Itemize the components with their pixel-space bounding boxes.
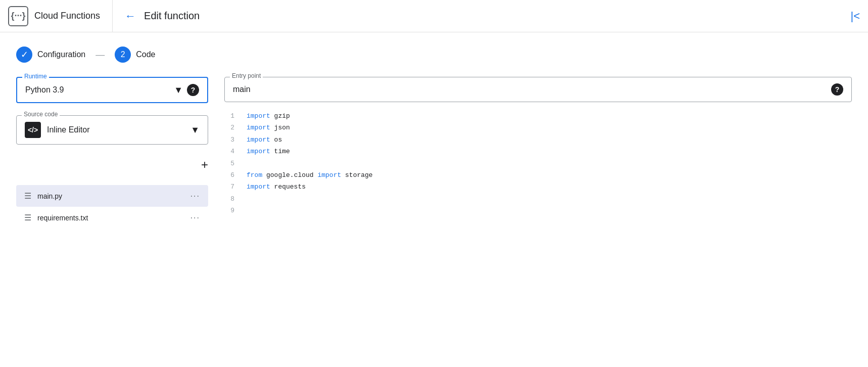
line-number: 3 xyxy=(224,134,234,146)
code-line: 9 xyxy=(224,205,852,216)
step-1-label: Configuration xyxy=(37,50,85,59)
entry-point-field[interactable]: Entry point main ? xyxy=(224,77,852,102)
file-icon-main-py: ☰ xyxy=(24,191,31,201)
file-list: ☰ main.py ··· ☰ requirements.txt ··· xyxy=(16,185,208,228)
line-content: from google.cloud import storage xyxy=(247,169,373,181)
file-item-main-py[interactable]: ☰ main.py ··· xyxy=(16,185,208,207)
header: {···} Cloud Functions ← Edit function |< xyxy=(0,0,868,32)
line-number: 9 xyxy=(224,205,234,216)
code-icon: </> xyxy=(25,122,41,138)
file-icon-requirements: ☰ xyxy=(24,213,31,222)
code-line: 6from google.cloud import storage xyxy=(224,169,852,181)
source-code-label: Source code xyxy=(22,111,60,118)
file-name-main-py: main.py xyxy=(37,192,184,200)
line-number: 2 xyxy=(224,122,234,133)
runtime-dropdown-arrow[interactable]: ▼ xyxy=(174,85,183,96)
line-content: import json xyxy=(247,122,290,133)
file-menu-requirements[interactable]: ··· xyxy=(190,213,200,222)
line-number: 7 xyxy=(224,181,234,193)
header-left: {···} Cloud Functions xyxy=(8,0,113,32)
entry-point-value: main xyxy=(233,85,827,94)
code-line: 7import requests xyxy=(224,181,852,193)
runtime-value: Python 3.9 xyxy=(25,85,170,95)
file-name-requirements: requirements.txt xyxy=(37,214,184,222)
page-title: Edit function xyxy=(144,10,200,22)
step-2-label: Code xyxy=(136,50,155,59)
entry-point-help-icon[interactable]: ? xyxy=(831,83,843,96)
source-code-field[interactable]: Source code </> Inline Editor ▼ xyxy=(16,115,208,145)
step-divider: — xyxy=(93,50,107,60)
header-right: ← Edit function |< xyxy=(113,10,860,23)
step-1-circle xyxy=(16,47,32,63)
step-1[interactable]: Configuration xyxy=(16,47,85,63)
runtime-content: Python 3.9 ▼ ? xyxy=(25,84,199,96)
code-line: 1import gzip xyxy=(224,110,852,122)
code-line: 5 xyxy=(224,158,852,169)
line-number: 5 xyxy=(224,158,234,169)
line-content: import time xyxy=(247,146,290,157)
cloud-functions-logo: {···} xyxy=(8,6,28,26)
runtime-field[interactable]: Runtime Python 3.9 ▼ ? xyxy=(16,77,208,103)
collapse-button[interactable]: |< xyxy=(850,10,860,23)
line-number: 1 xyxy=(224,110,234,122)
code-line: 2import json xyxy=(224,122,852,133)
source-dropdown-arrow[interactable]: ▼ xyxy=(190,125,200,135)
code-line: 3import os xyxy=(224,134,852,146)
entry-point-label: Entry point xyxy=(230,72,263,79)
runtime-label: Runtime xyxy=(22,73,49,80)
source-code-content: </> Inline Editor ▼ xyxy=(25,122,200,138)
runtime-help-icon[interactable]: ? xyxy=(187,84,199,96)
line-number: 4 xyxy=(224,146,234,157)
file-menu-main-py[interactable]: ··· xyxy=(190,192,200,201)
line-content: import os xyxy=(247,134,282,146)
file-item-requirements[interactable]: ☰ requirements.txt ··· xyxy=(16,207,208,228)
stepper: Configuration — 2 Code xyxy=(0,32,868,77)
line-number: 6 xyxy=(224,169,234,181)
code-line: 8 xyxy=(224,193,852,205)
line-content: import requests xyxy=(247,181,306,193)
left-panel: Runtime Python 3.9 ▼ ? Source code </> I… xyxy=(16,77,208,228)
line-number: 8 xyxy=(224,193,234,205)
step-2[interactable]: 2 Code xyxy=(115,47,155,63)
code-line: 4import time xyxy=(224,146,852,157)
main-content: Runtime Python 3.9 ▼ ? Source code </> I… xyxy=(0,77,868,245)
add-file-button[interactable]: + xyxy=(201,159,208,171)
app-title: Cloud Functions xyxy=(34,11,100,21)
line-content: import gzip xyxy=(247,110,290,122)
source-value: Inline Editor xyxy=(47,125,184,134)
back-button[interactable]: ← xyxy=(125,10,136,23)
file-actions: + xyxy=(16,157,208,173)
right-panel: Entry point main ? 1import gzip2import j… xyxy=(224,77,852,228)
step-2-circle: 2 xyxy=(115,47,131,63)
code-editor[interactable]: 1import gzip2import json3import os4impor… xyxy=(224,110,852,228)
